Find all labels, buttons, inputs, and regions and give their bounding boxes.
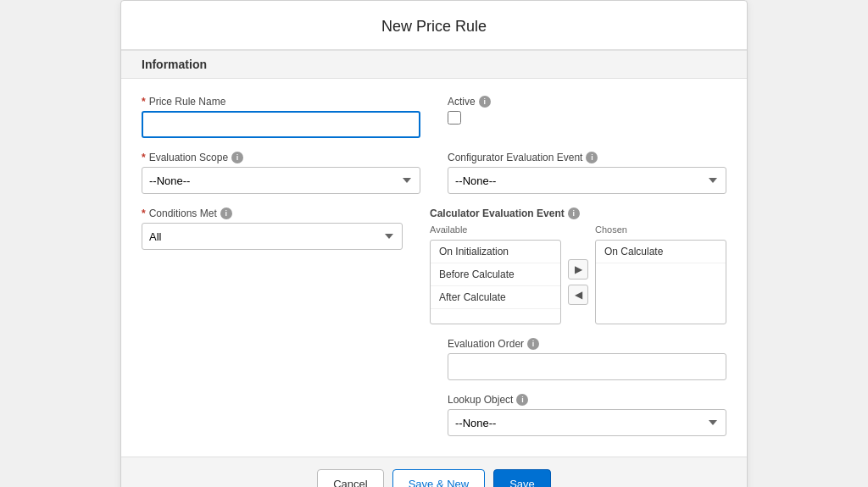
configurator-eval-event-select[interactable]: --None-- (448, 167, 726, 194)
price-rule-name-input[interactable] (142, 111, 420, 138)
lookup-object-col: Lookup Object i --None-- (448, 394, 726, 436)
transfer-buttons: ▶ ◀ (561, 259, 595, 305)
form-row-2: * Evaluation Scope i --None-- Configurat… (142, 152, 726, 194)
form-row-3: * Conditions Met i All Any Custom Calcul… (142, 208, 726, 324)
evaluation-order-input[interactable] (448, 353, 726, 380)
active-label: Active i (448, 96, 726, 108)
calculator-eval-event-col: Calculator Evaluation Event i Available … (430, 208, 726, 324)
chosen-label: Chosen (595, 224, 726, 235)
form-row-4: Evaluation Order i (142, 338, 726, 380)
lookup-object-info-icon[interactable]: i (516, 394, 528, 406)
chosen-listbox-container: Chosen On Calculate (595, 224, 726, 324)
active-info-icon[interactable]: i (479, 96, 491, 108)
calculator-eval-info-icon[interactable]: i (568, 208, 580, 219)
empty-col-2 (142, 394, 420, 436)
required-star: * (142, 96, 146, 108)
evaluation-order-label: Evaluation Order i (448, 338, 726, 350)
evaluation-scope-label: * Evaluation Scope i (142, 152, 420, 163)
configurator-eval-info-icon[interactable]: i (586, 152, 598, 163)
footer-bar: Cancel Save & New Save (121, 457, 747, 487)
evaluation-scope-info-icon[interactable]: i (231, 152, 243, 163)
section-header: Information (121, 50, 747, 79)
active-checkbox[interactable] (448, 111, 461, 125)
save-new-button[interactable]: Save & New (392, 469, 486, 487)
evaluation-order-info-icon[interactable]: i (527, 338, 539, 350)
transfer-left-button[interactable]: ◀ (568, 285, 588, 305)
available-listbox[interactable]: On Initialization Before Calculate After… (430, 240, 561, 324)
available-listbox-container: Available On Initialization Before Calcu… (430, 224, 561, 324)
required-star-3: * (142, 208, 146, 219)
modal-container: New Price Rule Information * Price Rule … (120, 0, 748, 487)
available-label: Available (430, 224, 561, 235)
active-checkbox-wrapper (448, 111, 726, 125)
page-title: New Price Rule (381, 18, 487, 35)
transfer-right-button[interactable]: ▶ (568, 259, 588, 279)
price-rule-name-col: * Price Rule Name (142, 96, 420, 138)
lookup-object-select[interactable]: --None-- (448, 409, 726, 436)
evaluation-scope-select[interactable]: --None-- (142, 167, 420, 194)
section-label: Information (142, 58, 207, 71)
save-button[interactable]: Save (493, 469, 551, 487)
list-item[interactable]: On Calculate (596, 241, 726, 263)
list-item[interactable]: Before Calculate (431, 263, 560, 286)
modal-title: New Price Rule (121, 1, 747, 50)
cancel-button[interactable]: Cancel (317, 469, 383, 487)
form-row-5: Lookup Object i --None-- (142, 394, 726, 436)
lookup-object-label: Lookup Object i (448, 394, 726, 406)
calculator-eval-event-label: Calculator Evaluation Event i (430, 208, 726, 219)
conditions-met-info-icon[interactable]: i (220, 208, 232, 219)
evaluation-scope-col: * Evaluation Scope i --None-- (142, 152, 420, 194)
list-item[interactable]: After Calculate (431, 286, 560, 309)
price-rule-name-label: * Price Rule Name (142, 96, 420, 108)
evaluation-order-col: Evaluation Order i (448, 338, 726, 380)
list-item[interactable]: On Initialization (431, 241, 560, 263)
configurator-eval-event-col: Configurator Evaluation Event i --None-- (448, 152, 726, 194)
conditions-met-col: * Conditions Met i All Any Custom (142, 208, 403, 250)
form-row-1: * Price Rule Name Active i (142, 96, 726, 138)
configurator-eval-event-label: Configurator Evaluation Event i (448, 152, 726, 163)
active-col: Active i (448, 96, 726, 138)
required-star-2: * (142, 152, 146, 163)
conditions-met-select[interactable]: All Any Custom (142, 223, 403, 250)
conditions-met-label: * Conditions Met i (142, 208, 403, 219)
form-body: * Price Rule Name Active i * Eva (121, 79, 747, 457)
empty-col (142, 338, 420, 380)
chosen-listbox[interactable]: On Calculate (595, 240, 726, 324)
dual-listbox: Available On Initialization Before Calcu… (430, 224, 726, 324)
